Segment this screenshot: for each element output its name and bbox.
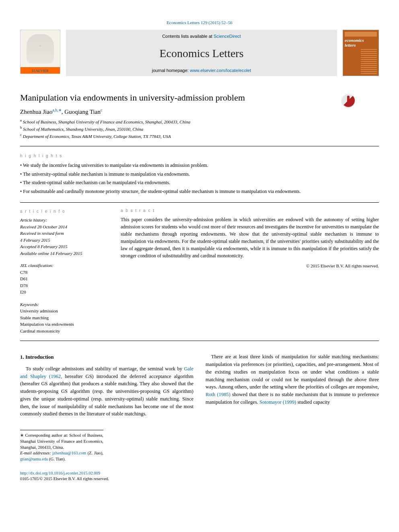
aff-a-mark: a <box>20 118 22 122</box>
email-2-who: (G. Tian). <box>48 457 66 461</box>
history-line: 4 February 2015 <box>20 237 109 244</box>
aff-c-text: Department of Economics, Texas A&M Unive… <box>23 134 171 139</box>
history-line: Available online 14 February 2015 <box>20 250 109 257</box>
kw-head: Keywords: <box>20 301 109 308</box>
contents-line: Contents lists available at ScienceDirec… <box>162 34 241 39</box>
abstract-text: This paper considers the university-admi… <box>121 216 379 259</box>
divider <box>20 202 379 203</box>
doi-block: http://dx.doi.org/10.1016/j.econlet.2015… <box>20 470 379 482</box>
journal-banner: ELSEVIER Contents lists available at Sci… <box>20 30 379 76</box>
section-head-intro: 1. Introduction <box>20 353 193 361</box>
homepage-prefix: journal homepage: <box>152 68 190 73</box>
intro-text-2a: There are at least three kinds of manipu… <box>206 354 379 390</box>
divider <box>20 146 379 146</box>
abstract-label: a b s t r a c t <box>121 208 379 213</box>
highlight-item: The university-optimal stable mechanism … <box>20 170 379 179</box>
affiliations: a School of Business, Shanghai Universit… <box>20 118 379 140</box>
journal-title: Economics Letters <box>159 47 243 60</box>
email-1-who: (Z. Jiao), <box>86 451 103 455</box>
issn-line: 0165-1765/© 2015 Elsevier B.V. All right… <box>20 477 109 481</box>
abstract-block: a b s t r a c t This paper considers the… <box>121 208 379 334</box>
email-2[interactable]: gtian@tamu.edu <box>20 457 48 461</box>
highlights-label: h i g h l i g h t s <box>20 154 379 158</box>
jel-code: D61 <box>20 275 109 282</box>
citation-link[interactable]: Economics Letters 129 (2015) 52–56 <box>167 20 232 25</box>
highlights-block: h i g h l i g h t s We study the incenti… <box>20 154 379 196</box>
intro-text-1a: To study college admissions and stabilit… <box>26 366 184 372</box>
email-1[interactable]: jzhenhua@163.com <box>52 451 86 455</box>
highlight-item: The student-optimal stable mechanism can… <box>20 179 379 187</box>
ref-sotomayor-1999[interactable]: Sotomayor (1999) <box>259 399 296 405</box>
abstract-copyright: © 2015 Elsevier B.V. All rights reserved… <box>121 263 379 268</box>
elsevier-label: ELSEVIER <box>32 69 49 73</box>
crossmark-icon[interactable] <box>342 94 355 107</box>
keyword: Manipulation via endowments <box>20 321 109 328</box>
author-2-name: Guoqiang Tian <box>64 109 101 115</box>
highlight-item: For substitutable and cardinally monoton… <box>20 187 379 196</box>
banner-center: Contents lists available at ScienceDirec… <box>66 30 337 76</box>
corresponding-note: Corresponding author at: School of Busin… <box>20 433 103 450</box>
keyword: Cardinal monotonicity <box>20 328 109 335</box>
divider <box>20 341 379 341</box>
ref-roth-1985[interactable]: Roth (1985) <box>206 392 230 397</box>
cover-title-1: economics <box>345 38 364 43</box>
aff-b-mark: b <box>20 125 22 129</box>
contents-prefix: Contents lists available at <box>162 34 214 39</box>
article-info-label: a r t i c l e i n f o <box>20 208 109 214</box>
email-label: E-mail addresses: <box>20 451 51 455</box>
citation-header: Economics Letters 129 (2015) 52–56 <box>20 20 379 25</box>
intro-text-1b: hereafter GS) introduced the deferred ac… <box>20 374 193 417</box>
history-line: Received in revised form <box>20 230 109 237</box>
keyword: University admission <box>20 308 109 314</box>
highlight-item: We study the incentive facing universiti… <box>20 161 379 170</box>
homepage-link[interactable]: www.elsevier.com/locate/ecolet <box>190 68 251 73</box>
homepage-line: journal homepage: www.elsevier.com/locat… <box>152 68 251 73</box>
author-1-marks: a,b,∗ <box>52 108 61 112</box>
elsevier-logo[interactable]: ELSEVIER <box>20 30 60 74</box>
intro-text-2c: studied capacity <box>296 399 330 405</box>
jel-code: D78 <box>20 282 109 289</box>
jel-code: I20 <box>20 289 109 296</box>
article-info: a r t i c l e i n f o Article history: R… <box>20 208 109 334</box>
authors: Zhenhua Jiaoa,b,∗, Guoqiang Tianc <box>20 108 379 115</box>
cover-title-2: letters <box>345 43 356 47</box>
footnotes: Corresponding author at: School of Busin… <box>20 430 103 462</box>
col-left: 1. Introduction To study college admissi… <box>20 353 193 462</box>
history-line: Accepted 8 February 2015 <box>20 243 109 250</box>
sciencedirect-link[interactable]: ScienceDirect <box>214 34 241 39</box>
jel-code: C78 <box>20 269 109 276</box>
history-line: Received 28 October 2014 <box>20 224 109 230</box>
keyword: Stable matching <box>20 314 109 321</box>
body-columns: 1. Introduction To study college admissi… <box>20 353 379 462</box>
author-2-marks: c <box>101 108 102 112</box>
aff-a-text: School of Business, Shanghai University … <box>23 119 190 124</box>
jel-head: JEL classification: <box>20 262 109 269</box>
aff-c-mark: c <box>20 133 22 137</box>
col-right: There are at least three kinds of manipu… <box>206 353 379 462</box>
history-line: Article history: <box>20 217 109 224</box>
journal-cover-thumbnail[interactable]: economics letters <box>343 30 379 76</box>
doi-link[interactable]: http://dx.doi.org/10.1016/j.econlet.2015… <box>20 471 100 475</box>
aff-b-text: School of Mathematics, Shandong Universi… <box>23 126 143 131</box>
paper-title: Manipulation via endowments in universit… <box>20 92 310 104</box>
author-1-name: Zhenhua Jiao <box>20 109 52 115</box>
